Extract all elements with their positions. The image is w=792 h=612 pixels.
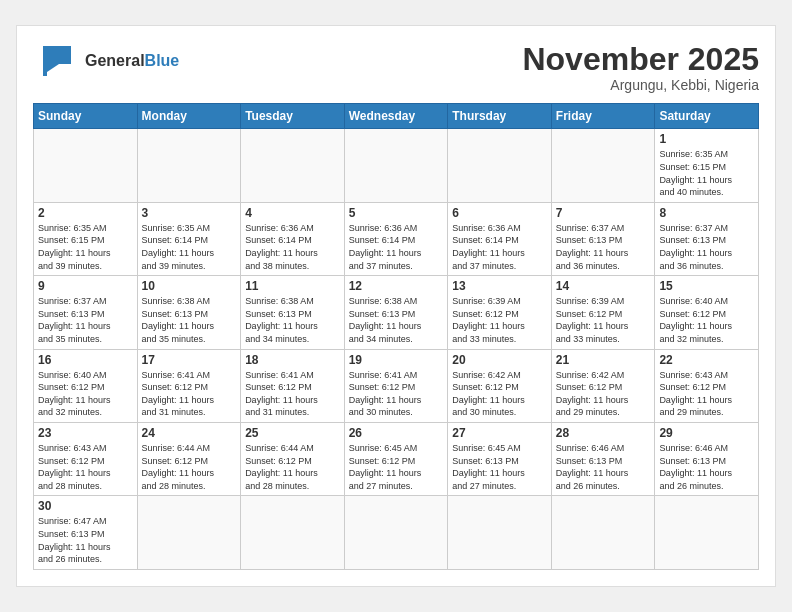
day-info: Sunrise: 6:40 AM Sunset: 6:12 PM Dayligh… — [38, 369, 133, 419]
day-number: 25 — [245, 426, 340, 440]
calendar-cell: 11Sunrise: 6:38 AM Sunset: 6:13 PM Dayli… — [241, 276, 345, 349]
day-number: 21 — [556, 353, 651, 367]
calendar-cell — [448, 496, 552, 569]
calendar-cell — [655, 496, 759, 569]
day-number: 30 — [38, 499, 133, 513]
week-row-3: 16Sunrise: 6:40 AM Sunset: 6:12 PM Dayli… — [34, 349, 759, 422]
day-number: 27 — [452, 426, 547, 440]
calendar-cell: 17Sunrise: 6:41 AM Sunset: 6:12 PM Dayli… — [137, 349, 241, 422]
logo-icon — [33, 42, 81, 80]
svg-rect-1 — [43, 46, 47, 76]
weekday-header-wednesday: Wednesday — [344, 104, 448, 129]
day-info: Sunrise: 6:46 AM Sunset: 6:13 PM Dayligh… — [556, 442, 651, 492]
calendar-cell — [344, 129, 448, 202]
calendar-cell — [344, 496, 448, 569]
day-number: 3 — [142, 206, 237, 220]
weekday-header-tuesday: Tuesday — [241, 104, 345, 129]
calendar-cell: 13Sunrise: 6:39 AM Sunset: 6:12 PM Dayli… — [448, 276, 552, 349]
day-info: Sunrise: 6:41 AM Sunset: 6:12 PM Dayligh… — [349, 369, 444, 419]
title-area: November 2025 Argungu, Kebbi, Nigeria — [522, 42, 759, 93]
calendar-container: GeneralBlue November 2025 Argungu, Kebbi… — [16, 25, 776, 586]
calendar-cell: 21Sunrise: 6:42 AM Sunset: 6:12 PM Dayli… — [551, 349, 655, 422]
calendar-cell: 30Sunrise: 6:47 AM Sunset: 6:13 PM Dayli… — [34, 496, 138, 569]
svg-marker-0 — [47, 46, 71, 72]
calendar-grid: SundayMondayTuesdayWednesdayThursdayFrid… — [33, 103, 759, 569]
calendar-cell: 7Sunrise: 6:37 AM Sunset: 6:13 PM Daylig… — [551, 202, 655, 275]
day-number: 20 — [452, 353, 547, 367]
day-info: Sunrise: 6:43 AM Sunset: 6:12 PM Dayligh… — [38, 442, 133, 492]
day-number: 14 — [556, 279, 651, 293]
day-info: Sunrise: 6:37 AM Sunset: 6:13 PM Dayligh… — [659, 222, 754, 272]
logo-blue: Blue — [145, 52, 180, 69]
day-info: Sunrise: 6:38 AM Sunset: 6:13 PM Dayligh… — [142, 295, 237, 345]
day-number: 5 — [349, 206, 444, 220]
day-info: Sunrise: 6:41 AM Sunset: 6:12 PM Dayligh… — [142, 369, 237, 419]
calendar-cell: 8Sunrise: 6:37 AM Sunset: 6:13 PM Daylig… — [655, 202, 759, 275]
logo-area: GeneralBlue — [33, 42, 179, 80]
month-title: November 2025 — [522, 42, 759, 77]
week-row-0: 1Sunrise: 6:35 AM Sunset: 6:15 PM Daylig… — [34, 129, 759, 202]
day-info: Sunrise: 6:47 AM Sunset: 6:13 PM Dayligh… — [38, 515, 133, 565]
day-info: Sunrise: 6:44 AM Sunset: 6:12 PM Dayligh… — [142, 442, 237, 492]
weekday-header-saturday: Saturday — [655, 104, 759, 129]
day-number: 12 — [349, 279, 444, 293]
day-number: 7 — [556, 206, 651, 220]
day-number: 16 — [38, 353, 133, 367]
calendar-cell — [551, 129, 655, 202]
calendar-cell: 3Sunrise: 6:35 AM Sunset: 6:14 PM Daylig… — [137, 202, 241, 275]
calendar-cell: 27Sunrise: 6:45 AM Sunset: 6:13 PM Dayli… — [448, 422, 552, 495]
day-number: 6 — [452, 206, 547, 220]
day-info: Sunrise: 6:35 AM Sunset: 6:15 PM Dayligh… — [38, 222, 133, 272]
calendar-cell — [137, 496, 241, 569]
weekday-header-monday: Monday — [137, 104, 241, 129]
day-info: Sunrise: 6:40 AM Sunset: 6:12 PM Dayligh… — [659, 295, 754, 345]
calendar-cell: 14Sunrise: 6:39 AM Sunset: 6:12 PM Dayli… — [551, 276, 655, 349]
day-number: 23 — [38, 426, 133, 440]
calendar-cell — [551, 496, 655, 569]
day-number: 10 — [142, 279, 237, 293]
location: Argungu, Kebbi, Nigeria — [522, 77, 759, 93]
calendar-cell: 20Sunrise: 6:42 AM Sunset: 6:12 PM Dayli… — [448, 349, 552, 422]
day-info: Sunrise: 6:42 AM Sunset: 6:12 PM Dayligh… — [556, 369, 651, 419]
day-info: Sunrise: 6:46 AM Sunset: 6:13 PM Dayligh… — [659, 442, 754, 492]
calendar-cell — [34, 129, 138, 202]
day-number: 13 — [452, 279, 547, 293]
day-info: Sunrise: 6:44 AM Sunset: 6:12 PM Dayligh… — [245, 442, 340, 492]
day-info: Sunrise: 6:45 AM Sunset: 6:13 PM Dayligh… — [452, 442, 547, 492]
header: GeneralBlue November 2025 Argungu, Kebbi… — [33, 42, 759, 93]
day-number: 4 — [245, 206, 340, 220]
calendar-cell: 25Sunrise: 6:44 AM Sunset: 6:12 PM Dayli… — [241, 422, 345, 495]
weekday-header-row: SundayMondayTuesdayWednesdayThursdayFrid… — [34, 104, 759, 129]
calendar-cell — [137, 129, 241, 202]
logo-general: General — [85, 52, 145, 69]
calendar-cell — [241, 496, 345, 569]
day-info: Sunrise: 6:35 AM Sunset: 6:15 PM Dayligh… — [659, 148, 754, 198]
day-info: Sunrise: 6:36 AM Sunset: 6:14 PM Dayligh… — [349, 222, 444, 272]
calendar-cell: 2Sunrise: 6:35 AM Sunset: 6:15 PM Daylig… — [34, 202, 138, 275]
day-info: Sunrise: 6:37 AM Sunset: 6:13 PM Dayligh… — [556, 222, 651, 272]
day-number: 18 — [245, 353, 340, 367]
calendar-cell: 9Sunrise: 6:37 AM Sunset: 6:13 PM Daylig… — [34, 276, 138, 349]
day-number: 24 — [142, 426, 237, 440]
day-info: Sunrise: 6:36 AM Sunset: 6:14 PM Dayligh… — [245, 222, 340, 272]
calendar-cell: 28Sunrise: 6:46 AM Sunset: 6:13 PM Dayli… — [551, 422, 655, 495]
calendar-cell: 5Sunrise: 6:36 AM Sunset: 6:14 PM Daylig… — [344, 202, 448, 275]
week-row-4: 23Sunrise: 6:43 AM Sunset: 6:12 PM Dayli… — [34, 422, 759, 495]
calendar-cell: 23Sunrise: 6:43 AM Sunset: 6:12 PM Dayli… — [34, 422, 138, 495]
weekday-header-friday: Friday — [551, 104, 655, 129]
week-row-1: 2Sunrise: 6:35 AM Sunset: 6:15 PM Daylig… — [34, 202, 759, 275]
day-number: 15 — [659, 279, 754, 293]
day-info: Sunrise: 6:42 AM Sunset: 6:12 PM Dayligh… — [452, 369, 547, 419]
day-number: 28 — [556, 426, 651, 440]
calendar-cell: 29Sunrise: 6:46 AM Sunset: 6:13 PM Dayli… — [655, 422, 759, 495]
calendar-cell: 26Sunrise: 6:45 AM Sunset: 6:12 PM Dayli… — [344, 422, 448, 495]
day-info: Sunrise: 6:35 AM Sunset: 6:14 PM Dayligh… — [142, 222, 237, 272]
day-number: 26 — [349, 426, 444, 440]
calendar-cell: 18Sunrise: 6:41 AM Sunset: 6:12 PM Dayli… — [241, 349, 345, 422]
calendar-cell: 10Sunrise: 6:38 AM Sunset: 6:13 PM Dayli… — [137, 276, 241, 349]
day-info: Sunrise: 6:38 AM Sunset: 6:13 PM Dayligh… — [349, 295, 444, 345]
day-info: Sunrise: 6:45 AM Sunset: 6:12 PM Dayligh… — [349, 442, 444, 492]
day-number: 17 — [142, 353, 237, 367]
calendar-cell: 16Sunrise: 6:40 AM Sunset: 6:12 PM Dayli… — [34, 349, 138, 422]
week-row-2: 9Sunrise: 6:37 AM Sunset: 6:13 PM Daylig… — [34, 276, 759, 349]
